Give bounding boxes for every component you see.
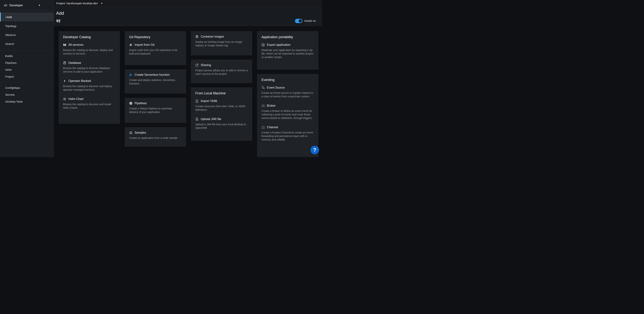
sidebar-item-helm[interactable]: Helm bbox=[0, 66, 54, 73]
action-label: Event Source bbox=[267, 86, 285, 89]
add-action-upload-jar-file[interactable]: Upload JAR fileUpload a JAR file from yo… bbox=[195, 117, 248, 130]
tekton-pipelines-icon bbox=[129, 102, 132, 105]
card-application-portability: Application portabilityExport applicatio… bbox=[257, 31, 318, 70]
layers-icon bbox=[195, 35, 199, 38]
app-window: Developer ▼ +AddTopologyObserveSearchBui… bbox=[0, 0, 322, 157]
card: PipelinesCreate a Tekton Pipeline to aut… bbox=[125, 98, 186, 123]
action-label: Create Serverless function bbox=[134, 73, 170, 77]
page-header: Add Details on bbox=[54, 7, 322, 26]
add-action-container-images[interactable]: Container imagesDeploy an existing Image… bbox=[195, 35, 248, 47]
add-action-import-yaml[interactable]: Import YAMLCreate resources from their Y… bbox=[195, 99, 248, 112]
details-toggle-label: Details on bbox=[304, 19, 316, 22]
sidebar-nav: +AddTopologyObserveSearchBuildsPipelines… bbox=[0, 11, 54, 105]
database-icon bbox=[63, 61, 66, 65]
project-label: Project: harshcasper-localsta-dev bbox=[56, 2, 98, 5]
action-label: Helm Chart bbox=[68, 97, 84, 101]
bolt-icon bbox=[63, 79, 66, 83]
sidebar-item-topology[interactable]: Topology bbox=[0, 21, 54, 30]
action-label: Pipelines bbox=[134, 101, 147, 105]
action-description: Create an Event source to register inter… bbox=[262, 91, 314, 98]
add-action-export-application[interactable]: Export applicationReplicate your applica… bbox=[262, 43, 314, 59]
help-button[interactable]: ? bbox=[310, 146, 319, 154]
helm-icon bbox=[63, 97, 66, 101]
sidebar-item-configmaps[interactable]: ConfigMaps bbox=[0, 84, 54, 91]
add-action-broker[interactable]: 101011011BrokerCreate a Broker to define… bbox=[262, 104, 314, 120]
card-title: Application portability bbox=[262, 35, 314, 39]
action-label: Upload JAR file bbox=[201, 117, 221, 121]
action-label: Broker bbox=[267, 104, 276, 108]
perspective-switcher[interactable]: Developer ▼ bbox=[0, 0, 54, 11]
add-action-sharing[interactable]: SharingProject access allows you to add … bbox=[195, 63, 248, 76]
add-action-database[interactable]: DatabaseBrowse the catalog to discover d… bbox=[63, 61, 116, 73]
add-action-pipelines[interactable]: PipelinesCreate a Tekton Pipeline to aut… bbox=[129, 101, 182, 114]
caret-down-icon: ▼ bbox=[101, 2, 103, 5]
event-source-icon bbox=[262, 86, 265, 89]
action-description: Create a Knative Channel to create an ev… bbox=[262, 131, 314, 141]
open-book-icon bbox=[63, 43, 66, 46]
card-title: Developer Catalog bbox=[63, 35, 116, 39]
action-description: Browse the catalog to discover and insta… bbox=[63, 103, 116, 110]
card-title: Eventing bbox=[262, 78, 314, 82]
sidebar-item-desktoptools[interactable]: Desktop Tools bbox=[0, 98, 54, 105]
action-description: Import code from your Git repository to … bbox=[129, 48, 182, 55]
sidebar-item-pipelines[interactable]: Pipelines bbox=[0, 59, 54, 66]
action-description: Replicate your application by exporting … bbox=[262, 48, 314, 59]
action-description: Project access allows you to add or remo… bbox=[195, 69, 248, 76]
add-action-import-from-git[interactable]: Import from GitImport code from your Git… bbox=[129, 43, 182, 55]
caret-down-icon: ▼ bbox=[38, 4, 40, 7]
action-label: Import YAML bbox=[201, 99, 218, 103]
svg-text:11011: 11011 bbox=[262, 106, 265, 107]
action-description: Create a Tekton Pipeline to automate del… bbox=[129, 107, 182, 114]
action-description: Browse the catalog to discover, deploy a… bbox=[63, 48, 116, 55]
action-label: Sharing bbox=[201, 63, 211, 67]
card-eventing: EventingEvent SourceCreate an Event sour… bbox=[257, 74, 318, 157]
guided-doc-book-plus-icon[interactable] bbox=[56, 19, 60, 23]
page-title: Add bbox=[56, 10, 316, 16]
svg-text:1010: 1010 bbox=[262, 126, 265, 127]
add-action-event-source[interactable]: Event SourceCreate an Event source to re… bbox=[262, 86, 314, 98]
export-icon bbox=[262, 43, 265, 46]
action-description: Create a Broker to define an event mesh … bbox=[262, 109, 314, 120]
details-toggle[interactable] bbox=[295, 19, 302, 23]
add-action-create-serverless-function[interactable]: fnCreate Serverless functionCreate and d… bbox=[129, 73, 182, 85]
action-description: Browse the catalog to discover and deplo… bbox=[63, 84, 116, 92]
card-column: Application portabilityExport applicatio… bbox=[257, 31, 318, 157]
action-label: Samples bbox=[134, 131, 146, 135]
card: Container imagesDeploy an existing Image… bbox=[191, 31, 252, 55]
sidebar-item-add[interactable]: +Add bbox=[0, 12, 54, 21]
sidebar-item-observe[interactable]: Observe bbox=[0, 30, 54, 39]
share-icon bbox=[195, 63, 199, 67]
add-action-all-services[interactable]: All servicesBrowse the catalog to discov… bbox=[63, 43, 116, 55]
file-code-icon bbox=[195, 99, 199, 103]
binary-icon: 101011011 bbox=[262, 104, 265, 107]
action-description: Deploy an existing Image from an Image r… bbox=[195, 40, 248, 47]
card-column: Developer CatalogAll servicesBrowse the … bbox=[58, 31, 120, 124]
add-action-samples[interactable]: SamplesCreate an application from a code… bbox=[129, 131, 182, 140]
action-label: Operator Backed bbox=[68, 79, 91, 83]
svg-text:11011: 11011 bbox=[262, 127, 265, 129]
card-column: Git RepositoryImport from GitImport code… bbox=[125, 31, 186, 147]
git-icon bbox=[129, 43, 132, 46]
content-region: Project: harshcasper-localsta-dev ▼ Add … bbox=[54, 0, 322, 157]
card: SamplesCreate an application from a code… bbox=[125, 127, 186, 147]
sidebar-item-project[interactable]: Project bbox=[0, 73, 54, 80]
add-action-operator-backed[interactable]: Operator BackedBrowse the catalog to dis… bbox=[63, 79, 116, 92]
sidebar-item-secrets[interactable]: Secrets bbox=[0, 91, 54, 98]
project-switcher[interactable]: Project: harshcasper-localsta-dev ▼ bbox=[56, 2, 103, 5]
action-label: Container images bbox=[201, 35, 224, 38]
add-action-helm-chart[interactable]: Helm ChartBrowse the catalog to discover… bbox=[63, 97, 116, 110]
file-upload-icon bbox=[195, 117, 199, 121]
card: fnCreate Serverless functionCreate and d… bbox=[125, 69, 186, 94]
add-page-content: Developer CatalogAll servicesBrowse the … bbox=[54, 26, 322, 157]
svg-text:1010: 1010 bbox=[262, 104, 265, 106]
sidebar-item-search[interactable]: Search bbox=[0, 39, 54, 48]
add-action-channel[interactable]: 101011011ChannelCreate a Knative Channel… bbox=[262, 125, 314, 141]
card-developer-catalog: Developer CatalogAll servicesBrowse the … bbox=[58, 31, 120, 124]
action-label: Database bbox=[68, 61, 81, 65]
sidebar-divider bbox=[0, 50, 54, 50]
action-description: Create an application from a code sample bbox=[129, 136, 182, 140]
action-label: Import from Git bbox=[134, 43, 154, 47]
sidebar-item-builds[interactable]: Builds bbox=[0, 52, 54, 59]
card-title: From Local Machine bbox=[195, 91, 248, 95]
action-description: Create resources from their YAML or JSON… bbox=[195, 105, 248, 112]
